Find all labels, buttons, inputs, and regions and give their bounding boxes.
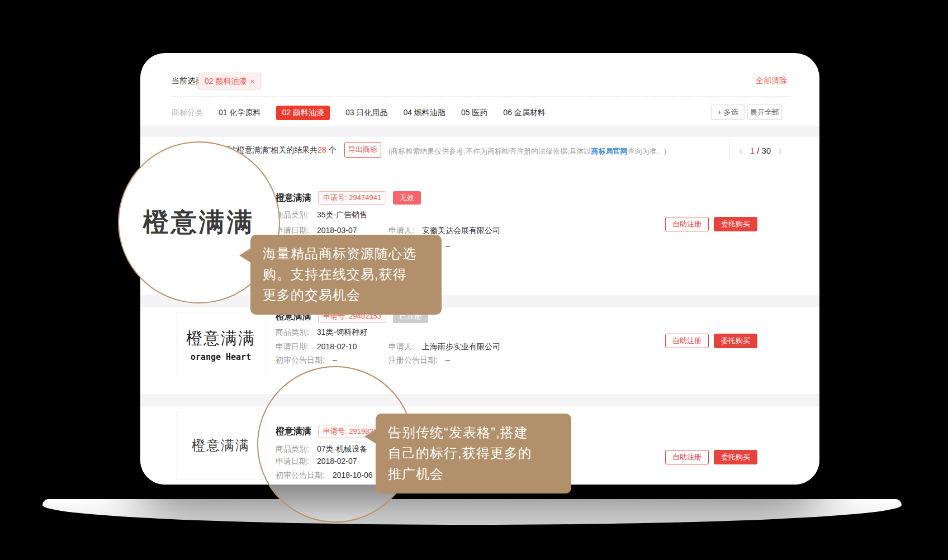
page-indicator: 1 / 30 <box>750 146 771 155</box>
application-number-badge: 申请号: 29474941 <box>318 191 386 205</box>
selected-filter-tag[interactable]: 02 颜料油漆× <box>198 73 260 89</box>
results-count-unit: 个 <box>326 145 336 154</box>
clear-all-button[interactable]: 全部清除 <box>756 76 787 86</box>
field-label: 初审公告日期: <box>276 355 325 366</box>
total-pages: / 30 <box>755 146 771 155</box>
divider <box>172 96 790 97</box>
section-divider-band <box>140 126 819 137</box>
self-register-button[interactable]: 自助注册 <box>665 450 709 464</box>
app-no-label: 申请号: <box>323 193 347 202</box>
status-badge: 无效 <box>393 191 421 205</box>
category-item-01[interactable]: 01 化学原料 <box>219 106 260 120</box>
selected-filter-tag-label: 02 颜料油漆 <box>205 77 247 86</box>
entrust-purchase-button[interactable]: 委托购买 <box>714 450 757 464</box>
field-value: 31类-饲料种籽 <box>317 328 367 338</box>
export-trademark-button[interactable]: 导出商标 <box>344 142 381 158</box>
date-line: 申请日期:2018-02-10 申请人:上海雨步实业有限公司 <box>276 342 500 352</box>
current-page: 1 <box>750 146 755 155</box>
publish-line: 初审公告日期:– 注册公告日期:– <box>276 355 450 366</box>
next-page-icon[interactable]: › <box>778 145 782 156</box>
self-register-button[interactable]: 自助注册 <box>665 217 709 231</box>
field-value: 35类-广告销售 <box>317 210 367 220</box>
pagination: ‹ 1 / 30 › <box>729 142 782 159</box>
tag-close-icon[interactable]: × <box>250 77 254 86</box>
field-label: 商品类别: <box>276 328 309 338</box>
multi-select-button[interactable]: + 多选 <box>711 105 745 120</box>
trademark-image-subtext: orange Heart <box>191 352 251 362</box>
field-label: 申请人: <box>388 342 414 352</box>
prev-page-icon[interactable]: ‹ <box>739 145 743 156</box>
field-value: – <box>445 241 450 251</box>
field-label: 商品类别: <box>276 210 309 220</box>
trademark-image-2: 橙意满满 orange Heart <box>176 312 266 377</box>
trademark-image-text: 橙意满满 <box>186 328 255 350</box>
entrust-purchase-button[interactable]: 委托购买 <box>714 217 757 231</box>
magnified-trademark-text: 橙意满满 <box>143 205 255 240</box>
callout-tooltip-2: 告别传统“发表格”,搭建 自己的标行,获得更多的 推广机会 <box>376 414 571 493</box>
result-row-2: 橙意满满 orange Heart 橙意满满 申请号: 29482153 已注册… <box>140 307 819 394</box>
field-value: 上海雨步实业有限公司 <box>422 342 500 352</box>
entrust-purchase-button[interactable]: 委托购买 <box>714 334 757 348</box>
field-value: – <box>333 355 337 366</box>
row-gap <box>140 295 819 307</box>
category-item-06[interactable]: 06 金属材料 <box>503 106 545 120</box>
trademark-image-3: 橙意满满 <box>176 411 266 480</box>
disclaimer-text-end: 查询为准。) <box>628 147 666 155</box>
disclaimer-note: (商标检索结果仅供参考,不作为商标能否注册的法律依据;具体以商标局官网查询为准。… <box>388 146 666 156</box>
self-register-button[interactable]: 自助注册 <box>665 334 709 348</box>
field-label: 注册公告日期: <box>388 355 438 366</box>
app-no-value: 29474941 <box>349 193 381 202</box>
trademark-name: 橙意满满 <box>276 192 311 204</box>
laptop-base <box>42 499 902 525</box>
callout-tooltip-1: 海量精品商标资源随心选 购。支持在线交易,获得 更多的交易机会 <box>250 235 442 315</box>
category-label: 商标分类 <box>172 108 203 118</box>
trademark-title-line: 橙意满满 申请号: 29474941 无效 <box>276 191 421 205</box>
category-line: 商品类别:31类-饲料种籽 <box>276 328 388 338</box>
results-count: 28 <box>317 145 326 154</box>
expand-all-button[interactable]: 展开全部 <box>747 105 782 120</box>
category-item-03[interactable]: 03 日化用品 <box>345 106 387 120</box>
category-item-02-selected[interactable]: 02 颜料油漆 <box>276 106 329 120</box>
field-value: 2018-02-10 <box>317 342 357 352</box>
trademark-image-text: 橙意满满 <box>192 436 250 454</box>
row-gap <box>140 394 819 406</box>
category-row: 商标分类 01 化学原料 02 颜料油漆 03 日化用品 04 燃料油脂 05 … <box>172 105 546 121</box>
field-value: – <box>445 355 450 366</box>
category-item-05[interactable]: 05 医药 <box>461 106 487 120</box>
disclaimer-text: (商标检索结果仅供参考,不作为商标能否注册的法律依据;具体以 <box>388 147 591 155</box>
category-line: 商品类别:35类-广告销售 <box>276 210 388 220</box>
trademark-office-link[interactable]: 商标局官网 <box>591 147 628 155</box>
field-label: 申请日期: <box>276 342 309 352</box>
category-item-04[interactable]: 04 燃料油脂 <box>403 106 445 120</box>
